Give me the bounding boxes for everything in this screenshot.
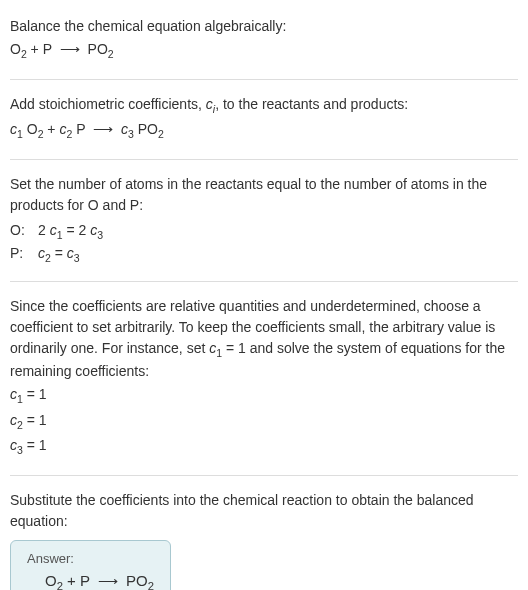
table-row: P: c2 = c3: [10, 243, 518, 267]
reaction-equation: O2 + P ⟶ PO2: [10, 39, 518, 63]
divider: [10, 79, 518, 80]
intro-text: Balance the chemical equation algebraica…: [10, 16, 518, 37]
divider: [10, 281, 518, 282]
assignment: c2 = 1: [10, 410, 518, 434]
atom-balance-text: Set the number of atoms in the reactants…: [10, 174, 518, 216]
answer-box: Answer: O2 + P ⟶ PO2: [10, 540, 171, 590]
balance-equation: c2 = c3: [38, 243, 80, 267]
section-atom-balance: Set the number of atoms in the reactants…: [10, 164, 518, 277]
assignment: c1 = 1: [10, 384, 518, 408]
section-intro: Balance the chemical equation algebraica…: [10, 6, 518, 75]
balance-equation: 2 c1 = 2 c3: [38, 220, 103, 244]
section-solve: Since the coefficients are relative quan…: [10, 286, 518, 471]
answer-label: Answer:: [27, 551, 154, 566]
add-coef-text: Add stoichiometric coefficients, ci, to …: [10, 94, 518, 118]
section-answer: Substitute the coefficients into the che…: [10, 480, 518, 590]
section-add-coefficients: Add stoichiometric coefficients, ci, to …: [10, 84, 518, 155]
divider: [10, 475, 518, 476]
element-label: P:: [10, 243, 38, 267]
solve-text: Since the coefficients are relative quan…: [10, 296, 518, 383]
table-row: O: 2 c1 = 2 c3: [10, 220, 518, 244]
substitute-text: Substitute the coefficients into the che…: [10, 490, 518, 532]
coef-equation: c1 O2 + c2 P ⟶ c3 PO2: [10, 119, 518, 143]
element-label: O:: [10, 220, 38, 244]
atom-balance-table: O: 2 c1 = 2 c3 P: c2 = c3: [10, 220, 518, 267]
balanced-equation: O2 + P ⟶ PO2: [27, 572, 154, 590]
divider: [10, 159, 518, 160]
assignment: c3 = 1: [10, 435, 518, 459]
